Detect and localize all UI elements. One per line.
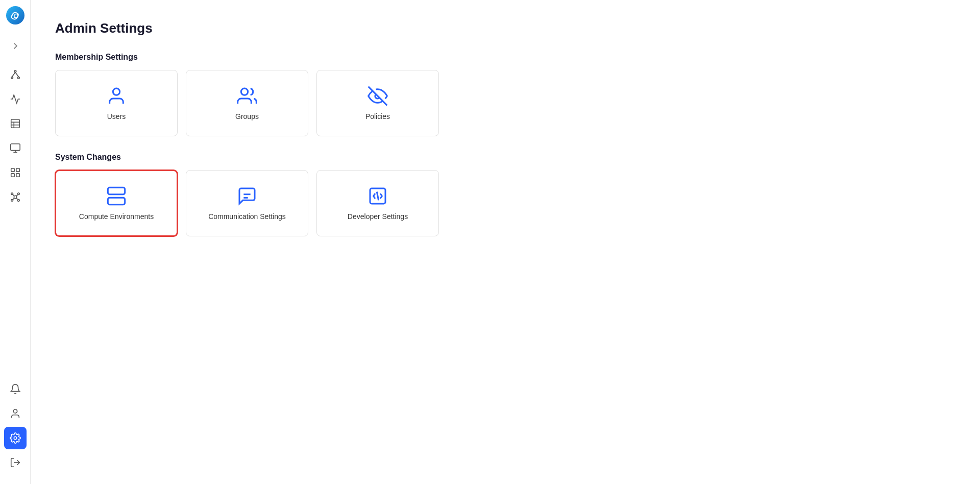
svg-rect-14 [16, 168, 19, 172]
svg-point-2 [11, 77, 13, 79]
sidebar-item-widgets[interactable] [4, 161, 27, 184]
chat-icon [237, 186, 257, 206]
sidebar-bottom [4, 378, 27, 478]
svg-rect-13 [11, 168, 14, 172]
sidebar-nav [0, 61, 30, 378]
card-developer-label: Developer Settings [348, 212, 408, 221]
svg-point-19 [17, 193, 19, 195]
svg-point-1 [14, 70, 16, 72]
card-policies[interactable]: Policies [316, 70, 439, 136]
membership-cards: Users Groups [55, 70, 955, 136]
system-section: System Changes Compute Environments [55, 153, 955, 236]
svg-rect-32 [108, 187, 125, 194]
svg-line-5 [15, 72, 18, 77]
user-icon [106, 86, 127, 106]
card-users-label: Users [107, 112, 126, 120]
sidebar [0, 0, 31, 484]
svg-rect-15 [11, 174, 14, 177]
svg-line-24 [13, 198, 14, 200]
app-logo[interactable] [6, 6, 24, 25]
sidebar-item-table[interactable] [4, 112, 27, 135]
svg-line-4 [12, 72, 15, 77]
card-groups[interactable]: Groups [186, 70, 308, 136]
card-communication[interactable]: Communication Settings [186, 170, 308, 236]
card-communication-label: Communication Settings [208, 212, 286, 221]
code-icon [368, 186, 388, 206]
main-content: Admin Settings Membership Settings Users [31, 0, 980, 484]
server-icon [106, 186, 127, 206]
svg-point-29 [113, 88, 119, 95]
svg-rect-33 [108, 198, 125, 204]
svg-point-21 [17, 200, 19, 202]
sidebar-item-integrations[interactable] [4, 186, 27, 208]
card-developer[interactable]: Developer Settings [316, 170, 439, 236]
sidebar-item-nodes[interactable] [4, 63, 27, 86]
svg-point-27 [14, 437, 17, 440]
svg-rect-16 [16, 174, 19, 177]
card-policies-label: Policies [365, 112, 390, 120]
system-cards: Compute Environments Communication Setti… [55, 170, 955, 236]
card-compute-label: Compute Environments [79, 212, 154, 221]
svg-point-26 [13, 409, 17, 413]
svg-point-20 [11, 200, 13, 202]
svg-line-39 [377, 192, 378, 201]
sidebar-toggle[interactable] [4, 35, 27, 57]
card-groups-label: Groups [235, 112, 259, 120]
membership-section-title: Membership Settings [55, 53, 955, 62]
svg-line-25 [16, 198, 17, 200]
svg-line-22 [13, 195, 14, 196]
svg-point-3 [17, 77, 19, 79]
svg-rect-10 [10, 144, 19, 151]
sidebar-item-profile[interactable] [4, 402, 27, 425]
membership-section: Membership Settings Users [55, 53, 955, 136]
system-section-title: System Changes [55, 153, 955, 162]
svg-point-0 [6, 6, 24, 25]
sidebar-item-monitor[interactable] [4, 137, 27, 159]
group-icon [237, 86, 257, 106]
eye-off-icon [368, 86, 388, 106]
svg-point-18 [11, 193, 13, 195]
card-compute[interactable]: Compute Environments [55, 170, 178, 236]
sidebar-item-logout[interactable] [4, 451, 27, 474]
svg-point-30 [241, 88, 248, 95]
sidebar-item-notifications[interactable] [4, 378, 27, 400]
sidebar-item-metrics[interactable] [4, 88, 27, 110]
svg-rect-6 [11, 119, 19, 128]
svg-line-23 [16, 195, 17, 196]
sidebar-item-settings[interactable] [4, 427, 27, 449]
page-title: Admin Settings [55, 20, 955, 36]
card-users[interactable]: Users [55, 70, 178, 136]
